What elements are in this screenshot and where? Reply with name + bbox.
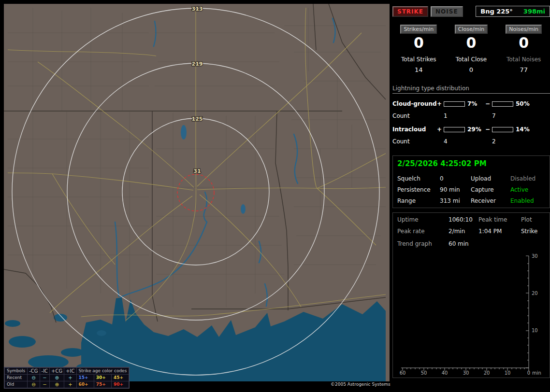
close-per-min-value: 0 (445, 36, 498, 50)
y-tick-20: 20 (532, 291, 538, 296)
persistence-value: 90 min (440, 186, 471, 193)
pos-ic-old-icon: + (64, 381, 76, 388)
legend-table: Symbols -CG -IC +CG +IC Strike age color… (4, 367, 129, 388)
age-code: 60+ (76, 381, 94, 388)
bearing-range: 398mi (523, 8, 545, 15)
stats-grid: Uptime 1060:10 Peak time Plot Peak rate … (397, 216, 545, 235)
uptime-label: Uptime (397, 216, 449, 223)
lightning-map[interactable]: 313 219 125 31 (4, 4, 390, 381)
cg-minus-count: 7 (492, 112, 496, 119)
cg-plus-count: 1 (444, 112, 492, 119)
cg-plus-bar (444, 101, 465, 107)
noises-per-min-button[interactable]: Noises/min (506, 25, 542, 34)
peak-time-value: 1:04 PM (478, 228, 521, 235)
pos-ic-recent-icon: + (64, 375, 76, 381)
x-tick-10: 10 (505, 370, 511, 376)
legend-cell: Symbols (5, 368, 28, 375)
intracloud-label: Intracloud (392, 126, 437, 133)
close-column: Close/min 0 Total Close 0 (445, 25, 498, 73)
trend-graph-label: Trend graph (397, 240, 449, 247)
capture-status: Active (510, 186, 545, 193)
legend-cell: +IC (64, 368, 76, 375)
legend-cell: Recent (5, 375, 28, 381)
clock: 2/25/2026 4:25:02 PM (397, 159, 545, 168)
neg-cg-recent-icon: ⊖ (28, 375, 40, 381)
distribution-title: Lightning type distribution (392, 85, 550, 94)
upload-label: Upload (471, 175, 510, 182)
minus-sign: − (485, 126, 491, 133)
capture-label: Capture (471, 186, 510, 193)
ic-minus-bar (492, 127, 513, 132)
bearing-display: Bng 225° 398mi (476, 6, 550, 17)
range-label: Range (397, 197, 440, 204)
strikes-per-min-button[interactable]: Strikes/min (400, 25, 437, 34)
rates-section: Strikes/min 0 Total Strikes 14 Close/min… (392, 25, 550, 73)
copyright-text: ©2005 Astrogenic Systems (331, 382, 391, 387)
pos-cg-old-icon: ⊕ (50, 381, 64, 388)
age-code: 45+ (112, 375, 129, 381)
bearing-label: Bng 225° (480, 8, 513, 15)
strike-button[interactable]: STRIKE (392, 6, 428, 17)
legend-recent-row: Recent ⊖ − ⊕ + 15+ 30+ 45+ (5, 375, 129, 381)
legend-cell: -CG (28, 368, 40, 375)
intracloud-count-row: Count 4 2 (392, 138, 550, 145)
plus-sign: + (437, 100, 443, 107)
persistence-label: Persistence (397, 186, 440, 193)
cloud-ground-label: Cloud-ground (392, 100, 437, 107)
noises-per-min-value: 0 (497, 36, 550, 50)
range-label-313: 313 (192, 6, 203, 12)
receiver-label: Receiver (471, 197, 510, 204)
plus-sign: + (437, 126, 443, 133)
x-tick-20: 20 (484, 370, 490, 376)
neg-ic-old-icon: − (40, 381, 50, 388)
ic-minus-count: 2 (492, 138, 496, 145)
x-tick-50: 50 (421, 370, 427, 376)
peak-rate-label: Peak rate (397, 228, 449, 235)
x-tick-0: 0 (527, 370, 530, 376)
trend-graph-window: 60 min (449, 240, 469, 247)
total-strikes-value: 14 (392, 66, 445, 73)
cg-plus-pct: 7% (466, 100, 485, 107)
peak-time-label: Peak time (478, 216, 521, 223)
age-code: 30+ (94, 375, 111, 381)
strikes-per-min-value: 0 (392, 36, 445, 50)
legend-header-row: Symbols -CG -IC +CG +IC Strike age color… (5, 368, 129, 375)
squelch-label: Squelch (397, 175, 440, 182)
trend-graph-row: Trend graph 60 min (397, 240, 545, 247)
total-noises-label: Total Noises (497, 56, 550, 63)
range-value: 313 mi (440, 197, 471, 204)
close-per-min-button[interactable]: Close/min (455, 25, 488, 34)
stats-box: Uptime 1060:10 Peak time Plot Peak rate … (392, 212, 550, 378)
minus-sign: − (485, 100, 491, 107)
legend-cell: Strike age color codes (76, 368, 129, 375)
legend-cell: +CG (50, 368, 64, 375)
x-tick-30: 30 (463, 370, 469, 376)
strikes-column: Strikes/min 0 Total Strikes 14 (392, 25, 445, 73)
cloud-ground-count-row: Count 1 7 (392, 112, 550, 119)
cloud-ground-row: Cloud-ground + 7% − 50% (392, 100, 550, 107)
range-label-125: 125 (192, 116, 203, 122)
pos-cg-recent-icon: ⊕ (50, 375, 64, 381)
x-tick-40: 40 (442, 370, 448, 376)
ic-plus-bar (444, 127, 465, 132)
strike-legend: Symbols -CG -IC +CG +IC Strike age color… (4, 367, 130, 389)
total-close-label: Total Close (445, 56, 498, 63)
total-close-value: 0 (445, 66, 498, 73)
noises-column: Noises/min 0 Total Noises 77 (497, 25, 550, 73)
noise-button[interactable]: NOISE (431, 6, 463, 17)
neg-ic-recent-icon: − (40, 375, 50, 381)
x-axis-unit: min (532, 370, 541, 376)
map-area[interactable]: 313 219 125 31 (4, 4, 390, 381)
trend-axes (401, 256, 529, 368)
total-strikes-label: Total Strikes (392, 56, 445, 63)
legend-cell: Old (5, 381, 28, 388)
uptime-value: 1060:10 (449, 216, 478, 223)
y-tick-10: 10 (532, 328, 538, 333)
neg-cg-old-icon: ⊖ (28, 381, 40, 388)
squelch-value: 0 (440, 175, 471, 182)
age-code: 90+ (112, 381, 129, 388)
cg-minus-bar (492, 101, 513, 107)
age-code: 75+ (94, 381, 111, 388)
legend-cell: -IC (40, 368, 50, 375)
ic-plus-count: 4 (444, 138, 492, 145)
